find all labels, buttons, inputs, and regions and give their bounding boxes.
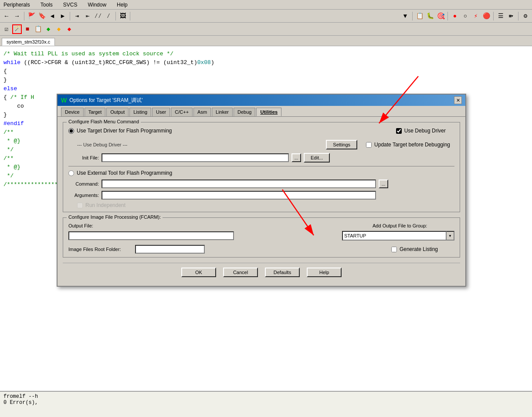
startup-dropdown-input[interactable] [342,231,447,241]
forward-btn[interactable]: → [12,11,22,21]
generate-listing-label: Generate Listing [400,246,438,252]
separator [68,166,454,166]
radio-target-label: Use Target Driver for Flash Programming [77,128,172,134]
command-input[interactable] [102,180,376,188]
arguments-row: Arguments: [68,191,454,200]
startup-dropdown-wrapper: ▼ [342,231,454,241]
menu-svcs[interactable]: SVCS [61,1,79,9]
run-independent-row: Run Independent [77,202,454,208]
tab-cpp[interactable]: C/C++ [171,108,193,116]
stop-btn[interactable]: ● [450,11,460,21]
radio-target-input[interactable] [68,128,74,134]
checkbox-btn[interactable]: ☑ [2,24,11,34]
dropdown-btn[interactable]: ▼ [400,11,410,21]
settings-gear[interactable]: ⚙ [521,11,530,21]
paste-btn[interactable]: 📋 [33,24,43,34]
layout2-btn[interactable]: ▦▼ [506,11,516,21]
next-btn[interactable]: ▶ [58,11,68,21]
configure-flash-group: Configure Flash Menu Command Use Target … [63,122,460,212]
output-file-row: Output File: Add Output File to Group: [68,223,454,228]
cancel-button[interactable]: Cancel [223,268,258,277]
arguments-input[interactable] [102,191,376,200]
add-output-label: Add Output File to Group: [373,223,442,228]
copy-btn[interactable]: 📋 [415,11,424,21]
debug-btn[interactable]: 🐛 [425,11,435,21]
flash-btn[interactable]: ⚡ [471,11,481,21]
update-target-check[interactable] [366,142,372,148]
dropdown-arrow[interactable]: ▼ [447,231,454,241]
uncomment-btn[interactable]: ∕ [104,11,113,21]
diamond1-btn[interactable]: ◆ [44,24,53,34]
indent-btn[interactable]: ⇥ [72,11,82,21]
tab-output[interactable]: Output [106,108,129,116]
update-target-label: Update Target before Debugging [374,142,450,148]
sep3 [115,12,116,20]
browse-init-btn[interactable]: ... [291,153,301,162]
bottom-line1: fromelf --h [3,393,529,400]
diamond2-btn[interactable]: ◆ [54,24,64,34]
bottom-line2: 0 Error(s), [3,400,529,406]
image-btn[interactable]: 🖼 [118,11,128,21]
unindent-btn[interactable]: ⇤ [83,11,92,21]
use-debug-driver-check[interactable] [396,128,402,134]
prev-btn[interactable]: ◀ [47,11,57,21]
run-independent-check [77,203,83,208]
init-file-label: Init File: [77,155,99,160]
generate-listing-check[interactable] [391,247,397,252]
configure-flash-label: Configure Flash Menu Command [67,119,141,124]
menu-tools[interactable]: Tools [39,1,54,9]
radio-external-input[interactable] [68,170,74,176]
output-file-input[interactable] [68,231,234,240]
code-line-2: while ((RCC->CFGR & (uint32_t)RCC_CFGR_S… [3,58,529,67]
menu-peripherals[interactable]: Peripherals [2,1,32,9]
toolbar-1: ← → 🚩 🔖 ◀ ▶ ⇥ ⇤ ∕∕ ∕ 🖼 ▼ 📋 🐛 🎯▼ ● ○ ⚡ 🔴 … [0,10,532,23]
configure-image-group: Configure Image File Processing (FCARM):… [63,217,460,258]
help-button[interactable]: Help [307,268,342,277]
close-button[interactable]: ✕ [454,96,462,104]
target-btn[interactable]: 🎯▼ [436,11,445,21]
sep7 [493,12,494,20]
magic-btn[interactable]: 🪄 [12,24,22,34]
options-dialog: W Options for Target 'SRAM_调试' ✕ Device … [57,94,466,287]
comment-btn[interactable]: ∕∕ [93,11,103,21]
tab-listing[interactable]: Listing [129,108,151,116]
tab-debug[interactable]: Debug [234,108,255,116]
settings-button[interactable]: Settings [326,140,357,149]
menu-help[interactable]: Help [115,1,129,9]
dialog-buttons: OK Cancel Defaults Help [63,263,460,281]
layout-btn[interactable]: ☰ [496,11,505,21]
dialog-title-text: Options for Target 'SRAM_调试' [69,97,142,104]
image-root-input[interactable] [135,245,205,254]
use-debug-driver-label: Use Debug Driver [404,128,446,134]
radio-use-target: Use Target Driver for Flash Programming [68,128,172,134]
use-debug-driver-sublabel: --- Use Debug Driver --- [77,142,128,147]
tab-linker[interactable]: Linker [212,108,233,116]
checkbox-use-debug: Use Debug Driver [396,128,446,134]
back-btn[interactable]: ← [2,11,11,21]
circle-btn[interactable]: ○ [461,11,470,21]
diamond3-btn[interactable]: ◆ [64,24,74,34]
tab-device[interactable]: Device [61,108,84,116]
tab-utilities[interactable]: Utilities [256,108,281,116]
flag-btn[interactable]: 🚩 [27,11,36,21]
fire-btn[interactable]: 🔴 [481,11,491,21]
bookmark-btn[interactable]: 🔖 [37,11,47,21]
update-target-checkbox-row: Update Target before Debugging [366,142,450,148]
menu-window[interactable]: Window [86,1,108,9]
defaults-button[interactable]: Defaults [265,268,300,277]
file-tab[interactable]: system_stm32f10x.c [2,38,55,46]
sep4 [130,12,130,20]
tab-target[interactable]: Target [85,108,106,116]
edit-btn[interactable]: Edit... [304,153,330,163]
tab-user[interactable]: User [152,108,170,116]
init-file-input[interactable] [102,153,289,162]
toolbar-2: ☑ 🪄 ■ 📋 ◆ ◆ ◆ [0,23,532,36]
radio-external-tool: Use External Tool for Flash Programming [68,170,454,176]
output-file-label: Output File: [68,223,99,228]
radio-external-label: Use External Tool for Flash Programming [77,170,172,176]
browse-command-btn[interactable]: ... [379,180,388,188]
init-file-row: Init File: ... Edit... [68,153,454,163]
cube-btn[interactable]: ■ [23,24,32,34]
ok-button[interactable]: OK [181,268,216,277]
tab-asm[interactable]: Asm [193,108,211,116]
